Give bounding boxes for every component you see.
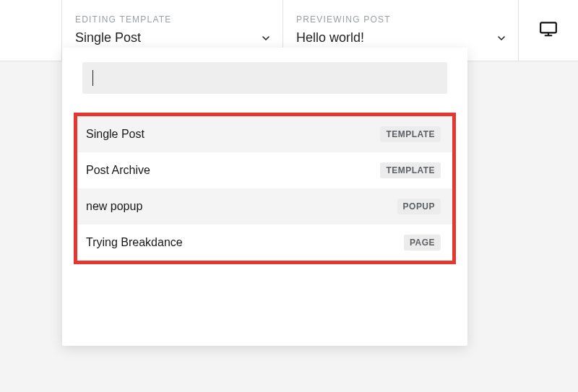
list-item[interactable]: Single Post TEMPLATE (77, 116, 452, 152)
previewing-post-label: PREVIEWING POST (296, 14, 505, 25)
search-wrap (62, 48, 467, 107)
template-list-highlight: Single Post TEMPLATE Post Archive TEMPLA… (74, 113, 456, 264)
device-preview-panel (518, 0, 578, 61)
template-dropdown-panel: Single Post TEMPLATE Post Archive TEMPLA… (62, 48, 467, 346)
chevron-down-icon[interactable] (262, 35, 269, 41)
list-item[interactable]: new popup POPUP (77, 188, 452, 225)
monitor-icon (539, 21, 558, 40)
editing-template-value: Single Post (75, 30, 141, 45)
chevron-down-icon[interactable] (498, 35, 505, 41)
previewing-post-row: Hello world! (296, 30, 505, 45)
previewing-post-value: Hello world! (296, 30, 364, 45)
list-item-badge: TEMPLATE (380, 126, 441, 142)
list-item-label: Trying Breakdance (86, 236, 183, 249)
list-item-label: Post Archive (86, 164, 150, 177)
editing-template-label: EDITING TEMPLATE (75, 14, 269, 25)
editing-template-row: Single Post (75, 30, 269, 45)
svg-rect-0 (540, 22, 556, 32)
list-item-badge: TEMPLATE (380, 162, 441, 178)
list-item[interactable]: Trying Breakdance PAGE (77, 225, 452, 261)
device-preview-button[interactable] (534, 16, 563, 45)
list-item-badge: PAGE (404, 235, 441, 251)
topbar-left-spacer (0, 0, 61, 61)
list-item[interactable]: Post Archive TEMPLATE (77, 152, 452, 188)
list-item-label: Single Post (86, 128, 144, 141)
list-item-badge: POPUP (397, 199, 441, 214)
search-input[interactable] (82, 62, 447, 94)
list-item-label: new popup (86, 200, 142, 213)
search-input-field[interactable] (93, 71, 437, 84)
